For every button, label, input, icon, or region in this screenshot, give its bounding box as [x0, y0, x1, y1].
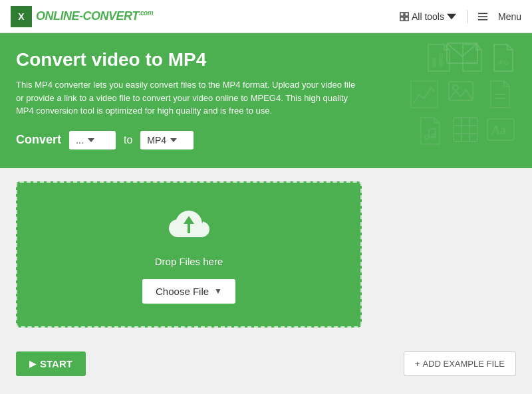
svg-rect-29	[411, 81, 438, 108]
choose-file-button[interactable]: Choose File ▼	[142, 279, 235, 304]
from-chevron-icon	[88, 138, 94, 142]
svg-rect-10	[432, 58, 436, 67]
all-tools-label: All tools	[412, 11, 444, 22]
upload-icon-container	[165, 205, 213, 248]
plus-icon: +	[415, 359, 420, 369]
all-tools-button[interactable]: All tools	[400, 11, 456, 22]
from-format-value: ...	[76, 135, 84, 146]
svg-rect-11	[439, 54, 443, 67]
add-example-label: ADD EXAMPLE FILE	[422, 359, 505, 369]
logo-icon-text: X	[18, 11, 24, 22]
play-icon: ▶	[29, 359, 36, 369]
from-format-select[interactable]: ...	[69, 131, 116, 149]
svg-point-15	[453, 85, 458, 90]
linechart-bg-icon	[410, 80, 439, 109]
logo-text: ONLINE-CONVERT.com	[36, 9, 153, 23]
grid-icon	[400, 12, 409, 21]
start-label: START	[40, 358, 72, 369]
svg-text:Aa: Aa	[491, 124, 506, 137]
music-bg-icon	[418, 116, 442, 146]
logo-bold: ONLINE-	[36, 9, 83, 23]
svg-rect-0	[400, 12, 404, 15]
svg-rect-2	[400, 17, 404, 20]
add-example-file-button[interactable]: + ADD EXAMPLE FILE	[404, 351, 516, 376]
header-nav: All tools Menu	[400, 10, 521, 23]
upload-cloud-icon	[165, 205, 213, 245]
to-format-select[interactable]: MP4	[140, 131, 194, 149]
convert-label: Convert	[16, 133, 61, 147]
svg-text:JPG: JPG	[497, 59, 509, 66]
main-content: Drop Files here Choose File ▼	[0, 168, 532, 341]
svg-rect-3	[405, 17, 408, 20]
choose-file-label: Choose File	[156, 286, 209, 297]
header: X ONLINE-CONVERT.com All tools	[0, 0, 532, 33]
svg-rect-18	[454, 118, 477, 142]
menu-button[interactable]: Menu	[498, 11, 521, 22]
chevron-down-icon	[447, 12, 456, 21]
image-bg-icon	[446, 76, 475, 106]
logo-area: X ONLINE-CONVERT.com	[11, 6, 400, 27]
drop-files-text: Drop Files here	[155, 256, 223, 267]
menu-label: Menu	[498, 11, 521, 22]
logo-com: .com	[139, 9, 153, 17]
svg-text:PNG: PNG	[466, 59, 479, 66]
doc-bg-icon	[488, 80, 512, 109]
banner: JPG PNG Aa	[0, 33, 532, 168]
text-bg-icon: Aa	[486, 116, 515, 143]
banner-description: This MP4 converter lets you easily conve…	[16, 78, 362, 118]
file-bg-icon-1: JPG	[491, 43, 515, 72]
svg-rect-14	[449, 82, 473, 100]
chart-bg-icon	[426, 43, 452, 72]
spreadsheet-bg-icon	[452, 116, 479, 143]
bottom-bar: ▶ START + ADD EXAMPLE FILE	[0, 341, 532, 387]
menu-lines-icon	[478, 12, 487, 21]
logo-icon: X	[11, 6, 32, 27]
svg-line-28	[429, 128, 436, 130]
file-bg-icon-2: PNG	[460, 43, 484, 72]
dropzone[interactable]: Drop Files here Choose File ▼	[16, 181, 362, 328]
start-button[interactable]: ▶ START	[16, 351, 86, 376]
to-format-value: MP4	[147, 135, 166, 146]
to-label: to	[124, 134, 132, 146]
hamburger-icon[interactable]	[478, 12, 487, 21]
logo-italic: CONVERT	[83, 9, 139, 23]
choose-file-chevron-icon: ▼	[214, 286, 222, 296]
to-chevron-icon	[170, 138, 177, 142]
nav-divider	[467, 10, 467, 23]
svg-rect-1	[405, 12, 408, 15]
banner-background-icons: JPG PNG Aa	[346, 40, 519, 166]
